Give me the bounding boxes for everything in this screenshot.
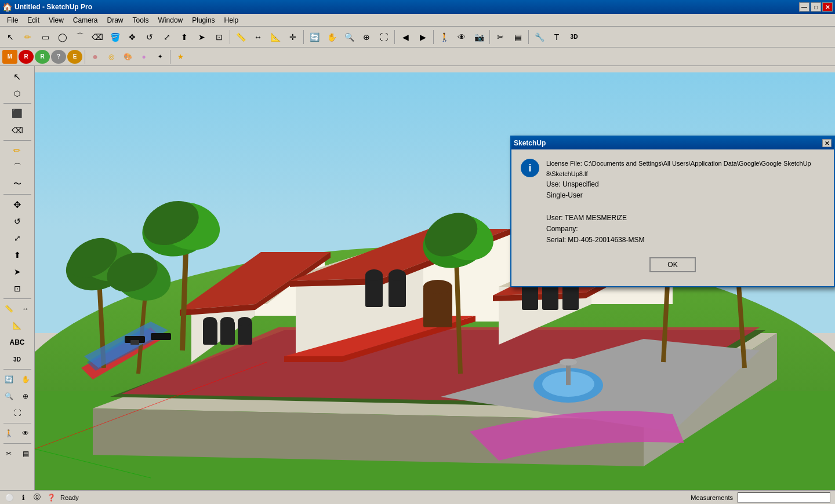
walk-tool[interactable]: 🚶 [436,29,452,45]
move-tool[interactable]: ✥ [124,29,140,45]
lt-select[interactable]: ↖ [9,68,26,85]
close-button[interactable]: ✕ [822,2,833,12]
ruby-console-btn[interactable]: R [35,50,50,64]
lt-sep-6 [3,423,31,423]
select-tool[interactable]: ↖ [2,29,19,45]
lt-orbit[interactable]: 🔄 [1,371,17,388]
menu-tools[interactable]: Tools [128,15,154,25]
status-icon-2[interactable]: ℹ [19,493,28,502]
lt-paint[interactable]: ⬛ [9,105,26,122]
get-models-btn[interactable]: M [2,50,17,64]
component-tool[interactable]: 🔧 [531,29,547,45]
lt-eraser[interactable]: ⌫ [9,122,26,138]
menu-plugins[interactable]: Plugins [187,15,219,25]
menu-camera[interactable]: Camera [68,15,103,25]
pan-tool[interactable]: ✋ [324,29,340,45]
zoom-tool[interactable]: 🔍 [341,29,357,45]
dialog-text: License File: C:\Documents and Settings\… [546,159,825,246]
toolbar-sep-5 [489,30,490,44]
section-plane-tool[interactable]: ✂ [492,29,509,45]
lt-scale[interactable]: ⤢ [9,230,26,246]
lt-protractor[interactable]: 📐 [9,317,26,334]
lt-zoom-win[interactable]: ⊕ [17,388,34,404]
menu-file[interactable]: File [2,15,23,25]
lt-walk[interactable]: 🚶 [1,425,17,441]
pencil-tool[interactable]: ✏ [20,29,36,45]
sketchup-dialog[interactable]: SketchUp ✕ i License File: C:\Documents … [510,136,835,287]
position-camera-tool[interactable]: 📷 [471,29,487,45]
lt-look[interactable]: 👁 [17,425,34,441]
lt-pair-1: 📏 ↔ [1,301,34,317]
scale-tool[interactable]: ⤢ [159,29,175,45]
rotate-tool[interactable]: ↺ [141,29,158,45]
lt-zoom[interactable]: 🔍 [1,388,17,404]
minimize-button[interactable]: — [799,2,809,12]
material-btn[interactable]: ◎ [104,50,119,64]
previous-view-tool[interactable]: ◀ [397,29,413,45]
erase-tool[interactable]: ⌫ [89,29,106,45]
follow-me-tool[interactable]: ➤ [194,29,210,45]
tape-tool[interactable]: 📏 [233,29,249,45]
3d-text-tool[interactable]: 3D [566,29,582,45]
lt-text[interactable]: ABC [9,334,26,350]
measurements-field[interactable] [738,492,830,503]
look-tool[interactable]: 👁 [453,29,470,45]
zoom-extents-tool[interactable]: ⛶ [376,29,392,45]
offset-tool[interactable]: ⊡ [211,29,227,45]
zoom-window-tool[interactable]: ⊕ [358,29,375,45]
dialog-close-button[interactable]: ✕ [822,139,832,147]
lt-line[interactable]: ✏ [9,143,26,159]
menu-window[interactable]: Window [154,15,188,25]
lt-tape[interactable]: 📏 [1,301,17,317]
menu-draw[interactable]: Draw [103,15,128,25]
share-model-btn[interactable]: R [19,50,34,64]
paint2-btn[interactable]: 🎨 [120,50,135,64]
lt-pushpull[interactable]: ⬆ [9,247,26,263]
arc-tool[interactable]: ⌒ [72,29,88,45]
lt-freehand[interactable]: 〜 [9,176,26,192]
next-view-tool[interactable]: ▶ [415,29,431,45]
lt-pan[interactable]: ✋ [17,371,34,388]
svg-rect-76 [130,340,139,345]
maximize-button[interactable]: □ [811,2,821,12]
lt-3dtext[interactable]: 3D [9,351,26,367]
viewport[interactable]: SketchUp ✕ i License File: C:\Documents … [35,66,835,490]
status-icon-3[interactable]: ⓪ [32,493,42,502]
paint-tool[interactable]: 🪣 [107,29,123,45]
lt-dim[interactable]: ↔ [17,301,34,317]
star-btn[interactable]: ★ [173,50,188,64]
push-pull-tool[interactable]: ⬆ [176,29,193,45]
section-fill-tool[interactable]: ▤ [510,29,526,45]
svg-point-41 [365,269,383,281]
lt-arc[interactable]: ⌒ [9,159,26,176]
rectangle-tool[interactable]: ▭ [37,29,53,45]
lt-section[interactable]: ✂ [1,445,17,462]
extra-btn[interactable]: ✦ [153,50,168,64]
extension-btn[interactable]: E [67,50,82,64]
menu-view[interactable]: View [44,15,68,25]
status-icon-1[interactable]: ⚪ [5,493,14,502]
sphere-btn[interactable]: ● [88,50,103,64]
menu-edit[interactable]: Edit [23,15,44,25]
status-help-icon[interactable]: ❓ [46,493,56,502]
orbit-tool[interactable]: 🔄 [306,29,322,45]
lt-component[interactable]: ⬡ [9,85,26,101]
lt-zoom-ext[interactable]: ⛶ [9,405,26,421]
lt-offset[interactable]: ⊡ [9,280,26,297]
menu-help[interactable]: Help [220,15,244,25]
toolbar-sep-3 [394,30,395,44]
axes-tool[interactable]: ✛ [285,29,301,45]
help-btn[interactable]: ? [51,50,66,64]
sun-btn[interactable]: ● [136,50,151,64]
dimension-tool[interactable]: ↔ [250,29,266,45]
text-tool[interactable]: T [549,29,565,45]
lt-move[interactable]: ✥ [9,196,26,213]
user-label: User: TEAM MESMERiZE [546,213,825,224]
ok-button[interactable]: OK [649,257,696,272]
circle-tool[interactable]: ◯ [55,29,71,45]
protractor-tool[interactable]: 📐 [267,29,284,45]
company-label: Company: [546,224,825,235]
lt-rotate[interactable]: ↺ [9,213,26,229]
lt-section2[interactable]: ▤ [17,445,34,462]
lt-followme[interactable]: ➤ [9,264,26,280]
